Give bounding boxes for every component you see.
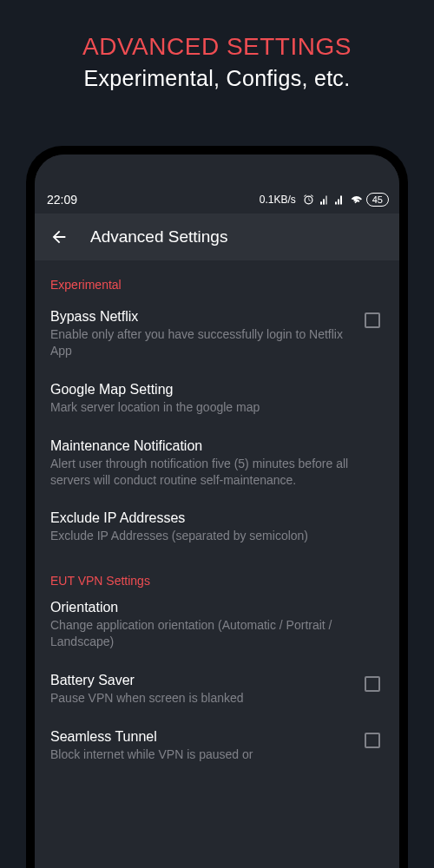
setting-title: Battery Saver: [50, 673, 354, 688]
status-right: 0.1KB/s 45: [260, 193, 389, 207]
setting-title: Google Map Setting: [50, 382, 384, 398]
setting-orientation[interactable]: Orientation Change application orientati…: [35, 595, 399, 662]
signal-icon-2: [334, 194, 345, 207]
alarm-icon: [302, 194, 315, 207]
setting-desc: Pause VPN when screen is blanked: [50, 690, 354, 707]
setting-desc: Exclude IP Addresses (separated by semic…: [50, 528, 384, 544]
status-time: 22:09: [47, 193, 77, 207]
back-button[interactable]: [49, 227, 69, 247]
setting-title: Bypass Netflix: [50, 309, 354, 325]
phone-frame: 22:09 0.1KB/s 45 Advanced Settings Exper…: [26, 146, 408, 868]
wifi-icon: [349, 194, 362, 207]
setting-seamless-tunnel[interactable]: Seamless Tunnel Block internet while VPN…: [35, 719, 399, 775]
hero-title: ADVANCED SETTINGS: [0, 0, 434, 61]
status-bar: 22:09 0.1KB/s 45: [35, 155, 399, 214]
setting-maintenance[interactable]: Maintenance Notification Alert user thro…: [35, 428, 399, 501]
app-bar: Advanced Settings: [35, 214, 399, 260]
checkbox-seamless-tunnel[interactable]: [365, 733, 380, 748]
setting-title: Maintenance Notification: [50, 438, 384, 454]
setting-title: Seamless Tunnel: [50, 729, 354, 745]
setting-exclude-ip[interactable]: Exclude IP Addresses Exclude IP Addresse…: [35, 500, 399, 556]
phone-screen: 22:09 0.1KB/s 45 Advanced Settings Exper…: [35, 155, 399, 868]
network-speed: 0.1KB/s: [260, 194, 296, 206]
setting-desc: Alert user through notification five (5)…: [50, 456, 384, 489]
hero-subtitle: Experimental, Configs, etc.: [0, 61, 434, 91]
setting-bypass-netflix[interactable]: Bypass Netflix Enable only after you hav…: [35, 299, 399, 372]
setting-desc: Enable only after you have successfully …: [50, 326, 354, 359]
setting-desc: Change application orientation (Automati…: [50, 617, 384, 650]
setting-desc: Mark server location in the google map: [50, 399, 384, 416]
battery-indicator: 45: [366, 193, 389, 207]
settings-list[interactable]: Experimental Bypass Netflix Enable only …: [35, 260, 399, 868]
checkbox-bypass-netflix[interactable]: [365, 312, 380, 328]
setting-desc: Block internet while VPN is paused or: [50, 746, 354, 763]
arrow-left-icon: [49, 227, 69, 247]
app-bar-title: Advanced Settings: [90, 227, 227, 247]
checkbox-battery-saver[interactable]: [365, 676, 380, 692]
section-header-eut-vpn: EUT VPN Settings: [35, 556, 399, 595]
setting-title: Exclude IP Addresses: [50, 510, 384, 526]
section-header-experimental: Experimental: [35, 260, 399, 299]
setting-battery-saver[interactable]: Battery Saver Pause VPN when screen is b…: [35, 662, 399, 719]
setting-title: Orientation: [50, 600, 384, 615]
signal-icon: [319, 194, 330, 207]
setting-google-map[interactable]: Google Map Setting Mark server location …: [35, 372, 399, 428]
